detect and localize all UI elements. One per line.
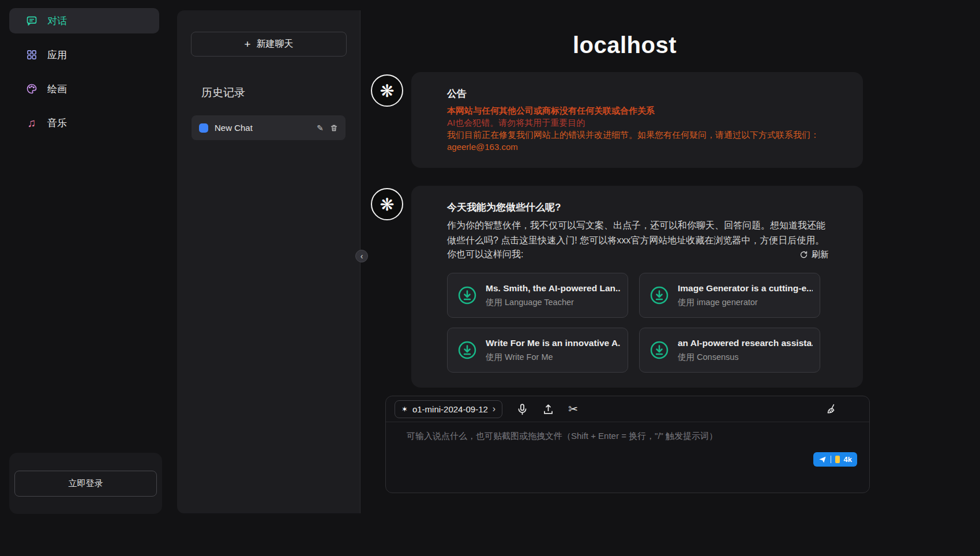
suggestion-title: Ms. Smith, the AI-powered Lan... xyxy=(486,283,621,294)
refresh-suggestions-button[interactable]: 刷新 xyxy=(799,249,829,260)
ask-hint: 你也可以这样问我: xyxy=(447,249,523,261)
edit-chat-icon[interactable]: ✎ xyxy=(317,123,324,133)
chevron-right-icon: › xyxy=(493,404,495,414)
download-circle-icon xyxy=(649,285,670,306)
download-circle-icon xyxy=(457,285,478,306)
suggestion-grid: Ms. Smith, the AI-powered Lan... 使用 Lang… xyxy=(447,273,827,373)
plus-icon: + xyxy=(244,38,250,51)
sparkle-icon: ✶ xyxy=(401,405,408,414)
login-button[interactable]: 立即登录 xyxy=(14,471,157,497)
chat-color-swatch-icon xyxy=(199,123,208,133)
welcome-body: 作为你的智慧伙伴，我不仅可以写文案、出点子，还可以和你聊天、回答问题。想知道我还… xyxy=(447,218,829,248)
announcement-heading: 公告 xyxy=(447,87,827,100)
model-selector[interactable]: ✶ o1-mini-2024-09-12 › xyxy=(395,400,502,418)
suggestion-subtitle: 使用 Language Teacher xyxy=(486,297,621,308)
suggestion-card[interactable]: Image Generator is a cutting-e... 使用 ima… xyxy=(639,273,820,318)
token-count: 4k xyxy=(844,455,852,464)
history-section-title: 历史记录 xyxy=(201,85,360,100)
chat-bubble-icon xyxy=(25,14,38,27)
suggestion-title: Write For Me is an innovative A... xyxy=(486,338,621,348)
suggestion-subtitle: 使用 Consensus xyxy=(678,352,813,363)
suggestion-subtitle: 使用 image generator xyxy=(678,297,813,308)
sidebar-item-label: 音乐 xyxy=(47,117,67,130)
announcement-warning: AI也会犯错。请勿将其用于重要目的 xyxy=(447,117,827,129)
microphone-button[interactable] xyxy=(516,403,528,415)
sidebar-item-apps[interactable]: 应用 xyxy=(9,42,159,67)
contact-email-link[interactable]: ageerle@163.com xyxy=(447,141,827,153)
new-chat-button[interactable]: + 新建聊天 xyxy=(191,32,347,57)
sidebar-item-music[interactable]: ♫ 音乐 xyxy=(9,110,159,136)
suggestion-card[interactable]: Ms. Smith, the AI-powered Lan... 使用 Lang… xyxy=(447,273,628,318)
send-button[interactable]: 4k xyxy=(813,452,857,467)
chat-list-item[interactable]: New Chat ✎ xyxy=(192,115,346,140)
collapse-panel-button[interactable]: ‹ xyxy=(355,250,368,262)
chat-history-panel: + 新建聊天 历史记录 New Chat ✎ xyxy=(177,10,361,513)
music-note-icon: ♫ xyxy=(25,117,38,129)
suggestion-card[interactable]: an AI-powered research assista... 使用 Con… xyxy=(639,328,820,373)
announcement-disclaimer: 本网站与任何其他公司或商标没有任何关联或合作关系 xyxy=(447,104,827,117)
composer-toolbar: ✶ o1-mini-2024-09-12 › ✂ xyxy=(386,396,869,422)
assistant-avatar: ❋ xyxy=(371,188,403,220)
sidebar-item-chat[interactable]: 对话 xyxy=(9,8,159,33)
welcome-heading: 今天我能为您做些什么呢? xyxy=(447,201,827,214)
token-battery-icon xyxy=(835,456,840,463)
delete-chat-icon[interactable] xyxy=(330,124,338,132)
model-name: o1-mini-2024-09-12 xyxy=(412,404,488,414)
chat-main-area: localhost ❋ 公告 本网站与任何其他公司或商标没有任何关联或合作关系 … xyxy=(361,10,888,513)
clear-broom-button[interactable] xyxy=(825,403,838,415)
paper-plane-icon xyxy=(818,456,827,464)
palette-icon xyxy=(25,82,38,95)
suggestion-subtitle: 使用 Write For Me xyxy=(486,352,621,363)
suggestion-card[interactable]: Write For Me is an innovative A... 使用 Wr… xyxy=(447,328,628,373)
sidebar-item-label: 绘画 xyxy=(47,82,67,96)
message-input[interactable] xyxy=(386,422,869,490)
chat-item-title: New Chat xyxy=(215,123,310,133)
sidebar-item-label: 对话 xyxy=(47,14,67,28)
upload-button[interactable] xyxy=(542,403,554,415)
suggestion-title: an AI-powered research assista... xyxy=(678,338,813,348)
sidebar-item-drawing[interactable]: 绘画 xyxy=(9,76,159,102)
sidebar: 对话 应用 绘画 ♫ 音乐 立即登录 xyxy=(0,0,168,556)
download-circle-icon xyxy=(457,340,478,360)
sidebar-item-label: 应用 xyxy=(47,48,67,62)
message-welcome: ❋ 今天我能为您做些什么呢? 作为你的智慧伙伴，我不仅可以写文案、出点子，还可以… xyxy=(371,186,863,388)
welcome-card: 今天我能为您做些什么呢? 作为你的智慧伙伴，我不仅可以写文案、出点子，还可以和你… xyxy=(411,186,863,388)
new-chat-label: 新建聊天 xyxy=(257,38,294,50)
announcement-card: 公告 本网站与任何其他公司或商标没有任何关联或合作关系 AI也会犯错。请勿将其用… xyxy=(411,72,863,168)
scissors-button[interactable]: ✂ xyxy=(568,402,578,416)
suggestion-title: Image Generator is a cutting-e... xyxy=(678,283,813,294)
assistant-avatar: ❋ xyxy=(371,74,403,107)
login-panel: 立即登录 xyxy=(9,453,162,514)
announcement-notice: 我们目前正在修复我们网站上的错误并改进细节。如果您有任何疑问，请通过以下方式联系… xyxy=(447,129,827,141)
message-announcement: ❋ 公告 本网站与任何其他公司或商标没有任何关联或合作关系 AI也会犯错。请勿将… xyxy=(371,72,863,168)
divider xyxy=(831,456,831,463)
download-circle-icon xyxy=(649,340,670,360)
page-title: localhost xyxy=(361,32,888,58)
apps-grid-icon xyxy=(25,48,38,61)
refresh-icon xyxy=(799,250,808,259)
message-composer: ✶ o1-mini-2024-09-12 › ✂ xyxy=(385,396,870,493)
